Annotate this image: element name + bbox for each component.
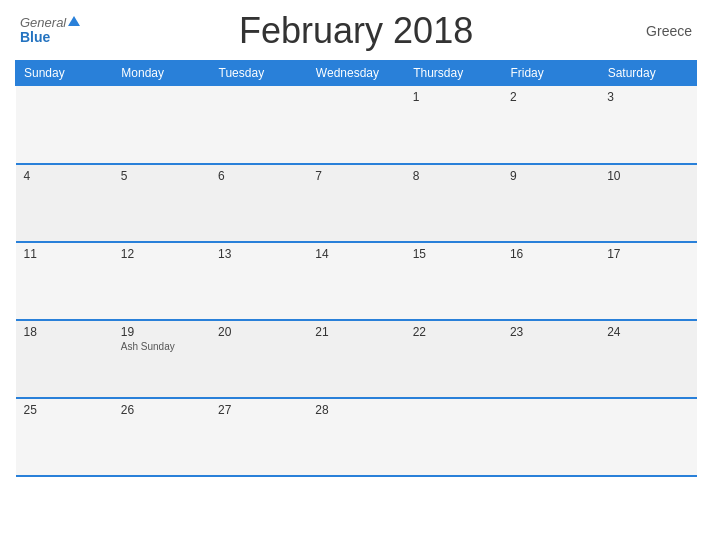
day-number: 18 <box>24 325 105 339</box>
day-number: 17 <box>607 247 688 261</box>
header-monday: Monday <box>113 61 210 86</box>
table-row <box>307 86 404 164</box>
day-number: 26 <box>121 403 202 417</box>
table-row <box>599 398 696 476</box>
day-number: 3 <box>607 90 688 104</box>
day-number: 22 <box>413 325 494 339</box>
table-row <box>16 86 113 164</box>
table-row <box>502 398 599 476</box>
table-row: 10 <box>599 164 696 242</box>
event-label: Ash Sunday <box>121 341 202 352</box>
table-row: 11 <box>16 242 113 320</box>
days-header-row: Sunday Monday Tuesday Wednesday Thursday… <box>16 61 697 86</box>
header-sunday: Sunday <box>16 61 113 86</box>
table-row: 1 <box>405 86 502 164</box>
table-row: 6 <box>210 164 307 242</box>
table-row: 7 <box>307 164 404 242</box>
day-number: 13 <box>218 247 299 261</box>
table-row: 15 <box>405 242 502 320</box>
table-row: 25 <box>16 398 113 476</box>
day-number: 5 <box>121 169 202 183</box>
header-tuesday: Tuesday <box>210 61 307 86</box>
table-row: 4 <box>16 164 113 242</box>
table-row: 21 <box>307 320 404 398</box>
table-row: 9 <box>502 164 599 242</box>
day-number: 27 <box>218 403 299 417</box>
header-saturday: Saturday <box>599 61 696 86</box>
table-row: 17 <box>599 242 696 320</box>
table-row: 24 <box>599 320 696 398</box>
table-row: 19Ash Sunday <box>113 320 210 398</box>
day-number: 16 <box>510 247 591 261</box>
table-row: 26 <box>113 398 210 476</box>
day-number: 6 <box>218 169 299 183</box>
calendar-week-row: 123 <box>16 86 697 164</box>
day-number: 23 <box>510 325 591 339</box>
country-label: Greece <box>632 23 692 39</box>
header-friday: Friday <box>502 61 599 86</box>
table-row: 3 <box>599 86 696 164</box>
table-row <box>405 398 502 476</box>
table-row <box>113 86 210 164</box>
day-number: 24 <box>607 325 688 339</box>
day-number: 10 <box>607 169 688 183</box>
table-row <box>210 86 307 164</box>
calendar-week-row: 25262728 <box>16 398 697 476</box>
table-row: 13 <box>210 242 307 320</box>
day-number: 15 <box>413 247 494 261</box>
day-number: 20 <box>218 325 299 339</box>
table-row: 22 <box>405 320 502 398</box>
logo: General Blue <box>20 16 80 46</box>
calendar-container: General Blue February 2018 Greece Sunday… <box>0 0 712 550</box>
calendar-header: General Blue February 2018 Greece <box>15 10 697 52</box>
day-number: 28 <box>315 403 396 417</box>
table-row: 8 <box>405 164 502 242</box>
table-row: 5 <box>113 164 210 242</box>
day-number: 4 <box>24 169 105 183</box>
day-number: 11 <box>24 247 105 261</box>
table-row: 2 <box>502 86 599 164</box>
day-number: 1 <box>413 90 494 104</box>
month-title: February 2018 <box>80 10 632 52</box>
day-number: 9 <box>510 169 591 183</box>
day-number: 21 <box>315 325 396 339</box>
logo-triangle-icon <box>68 16 80 26</box>
calendar-week-row: 1819Ash Sunday2021222324 <box>16 320 697 398</box>
day-number: 2 <box>510 90 591 104</box>
calendar-week-row: 45678910 <box>16 164 697 242</box>
logo-general-text: General <box>20 16 66 30</box>
day-number: 14 <box>315 247 396 261</box>
table-row: 28 <box>307 398 404 476</box>
table-row: 12 <box>113 242 210 320</box>
day-number: 8 <box>413 169 494 183</box>
table-row: 14 <box>307 242 404 320</box>
table-row: 16 <box>502 242 599 320</box>
table-row: 20 <box>210 320 307 398</box>
header-wednesday: Wednesday <box>307 61 404 86</box>
table-row: 27 <box>210 398 307 476</box>
day-number: 12 <box>121 247 202 261</box>
calendar-week-row: 11121314151617 <box>16 242 697 320</box>
day-number: 7 <box>315 169 396 183</box>
header-thursday: Thursday <box>405 61 502 86</box>
day-number: 25 <box>24 403 105 417</box>
logo-blue-text: Blue <box>20 30 50 45</box>
day-number: 19 <box>121 325 202 339</box>
calendar-grid: Sunday Monday Tuesday Wednesday Thursday… <box>15 60 697 477</box>
table-row: 18 <box>16 320 113 398</box>
table-row: 23 <box>502 320 599 398</box>
